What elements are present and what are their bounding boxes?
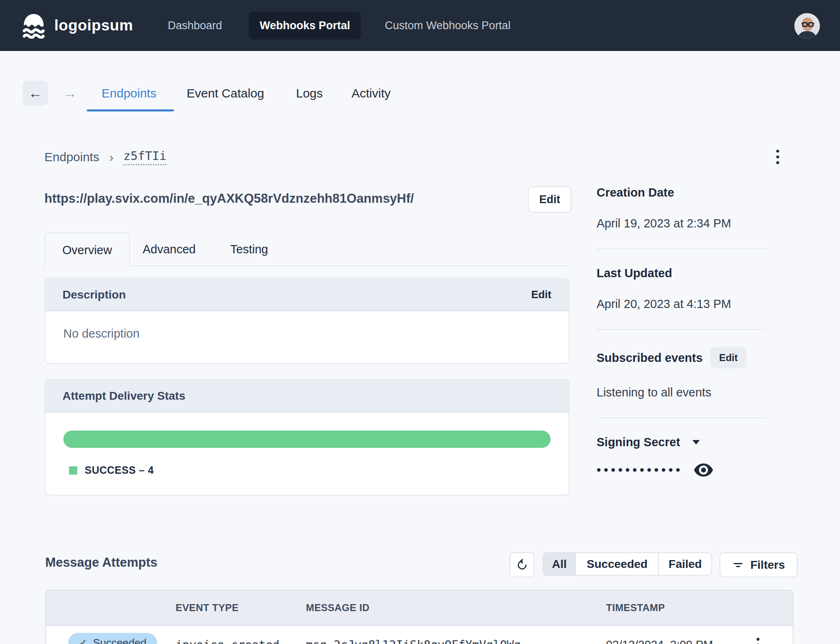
check-icon: ✓ <box>79 637 87 644</box>
event-type-cell: invoice.created <box>176 638 280 644</box>
success-swatch-icon <box>69 466 77 475</box>
delivery-stats-card: Attempt Delivery Stats SUCCESS – 4 <box>44 379 569 496</box>
breadcrumb-root[interactable]: Endpoints <box>44 150 99 164</box>
edit-subscribed-events-button[interactable]: Edit <box>710 347 747 368</box>
sidebar-divider <box>597 329 766 330</box>
sidebar-divider <box>597 417 766 418</box>
user-avatar[interactable] <box>794 13 820 39</box>
endpoint-meta-sidebar: Creation Date April 19, 2023 at 2:34 PM … <box>597 186 795 477</box>
creation-date-label: Creation Date <box>597 186 795 199</box>
nav-item-webhooks-portal[interactable]: Webhooks Portal <box>249 12 361 39</box>
filter-failed-button[interactable]: Failed <box>659 553 711 575</box>
attempt-filter-segmented-control: All Succeeded Failed <box>543 552 712 576</box>
nav-item-dashboard[interactable]: Dashboard <box>168 0 222 51</box>
filters-button[interactable]: Filters <box>720 552 798 577</box>
tab-testing[interactable]: Testing <box>230 232 268 266</box>
edit-url-button[interactable]: Edit <box>528 186 572 213</box>
table-row[interactable]: ✓ Succeeded invoice.created msg_2cJyg8l1… <box>46 626 793 644</box>
edit-description-link[interactable]: Edit <box>531 288 551 301</box>
refresh-icon <box>516 558 529 572</box>
creation-date-value: April 19, 2023 at 2:34 PM <box>597 217 795 230</box>
refresh-button[interactable] <box>509 552 535 577</box>
message-id-cell: msg_2cJyg8l12IiSk8gvOFfYmVqlQWg <box>306 638 521 644</box>
breadcrumb-endpoint-id[interactable]: z5fTIi <box>123 149 167 165</box>
active-tab-underline <box>87 109 174 111</box>
stats-legend: SUCCESS – 4 <box>69 464 569 476</box>
subscribed-events-value: Listening to all events <box>597 386 795 399</box>
status-badge-label: Succeeded <box>93 637 146 644</box>
arrow-right-icon: → <box>63 85 77 101</box>
success-rate-bar <box>63 431 551 448</box>
masked-signing-secret: •••••••••••• <box>597 463 683 477</box>
subscribed-events-label: Subscribed events <box>597 351 703 365</box>
last-updated-label: Last Updated <box>597 266 795 280</box>
tab-endpoints[interactable]: Endpoints <box>102 81 156 106</box>
success-legend-label: SUCCESS – 4 <box>85 464 154 476</box>
message-attempts-table: EVENT TYPE MESSAGE ID TIMESTAMP ✓ Succee… <box>45 590 794 644</box>
timestamp-cell: 02/13/2024, 2:09 PM <box>606 638 713 644</box>
column-header-timestamp: TIMESTAMP <box>606 591 665 625</box>
tab-advanced[interactable]: Advanced <box>143 232 196 266</box>
filters-button-label: Filters <box>750 558 785 572</box>
endpoint-url-row: https://play.svix.com/in/e_qyAXKQ58rVdzn… <box>44 185 571 212</box>
tab-activity[interactable]: Activity <box>352 81 391 106</box>
chevron-down-icon[interactable] <box>692 440 700 445</box>
sidebar-divider <box>597 248 766 249</box>
forward-button[interactable]: → <box>61 81 79 106</box>
last-updated-value: April 20, 2023 at 4:13 PM <box>597 297 795 311</box>
nav-item-custom-webhooks-portal[interactable]: Custom Webhooks Portal <box>385 0 511 51</box>
arrow-left-icon: ← <box>28 85 42 101</box>
logo[interactable]: logoipsum <box>21 12 133 39</box>
tab-logs[interactable]: Logs <box>296 81 323 106</box>
filter-all-button[interactable]: All <box>544 553 576 575</box>
tab-event-catalog[interactable]: Event Catalog <box>187 81 264 106</box>
endpoint-url: https://play.svix.com/in/e_qyAXKQ58rVdzn… <box>44 191 414 206</box>
reveal-secret-eye-icon[interactable] <box>694 463 713 477</box>
logoipsum-icon <box>21 12 47 39</box>
breadcrumb: Endpoints › z5fTIi <box>44 149 167 165</box>
description-card: Description Edit No description <box>44 278 569 364</box>
logo-text: logoipsum <box>54 17 133 34</box>
filter-lines-icon <box>732 559 744 571</box>
message-attempts-title: Message Attempts <box>45 555 157 570</box>
tab-overview[interactable]: Overview <box>44 232 130 267</box>
column-header-event-type: EVENT TYPE <box>176 591 238 625</box>
delivery-stats-title: Attempt Delivery Stats <box>62 389 185 403</box>
back-button[interactable]: ← <box>23 81 48 106</box>
delivery-stats-header: Attempt Delivery Stats <box>45 380 569 412</box>
description-empty-text: No description <box>45 311 569 356</box>
filter-succeeded-button[interactable]: Succeeded <box>576 553 659 575</box>
status-badge: ✓ Succeeded <box>68 633 157 644</box>
signing-secret-label: Signing Secret <box>597 436 680 449</box>
description-card-header: Description Edit <box>45 279 569 311</box>
column-header-message-id: MESSAGE ID <box>306 591 370 625</box>
description-title: Description <box>62 288 126 301</box>
endpoint-options-menu[interactable] <box>775 148 781 166</box>
chevron-right-icon: › <box>109 150 113 165</box>
table-header-row: EVENT TYPE MESSAGE ID TIMESTAMP <box>46 591 793 626</box>
webhooks-portal-page: logoipsum Dashboard Webhooks Portal Cust… <box>0 0 840 644</box>
row-options-menu[interactable] <box>757 638 759 644</box>
top-navbar: logoipsum Dashboard Webhooks Portal Cust… <box>0 0 840 51</box>
